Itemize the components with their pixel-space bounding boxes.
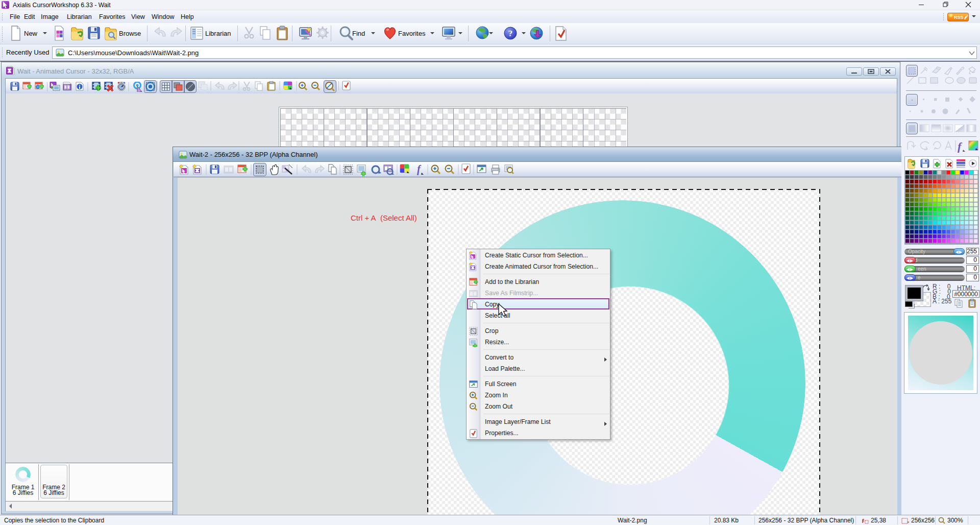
svg-text:f: f — [958, 140, 963, 153]
svg-text:f: f — [417, 163, 422, 175]
svg-text:RSS: RSS — [954, 15, 964, 20]
svg-text:?: ? — [508, 29, 513, 38]
